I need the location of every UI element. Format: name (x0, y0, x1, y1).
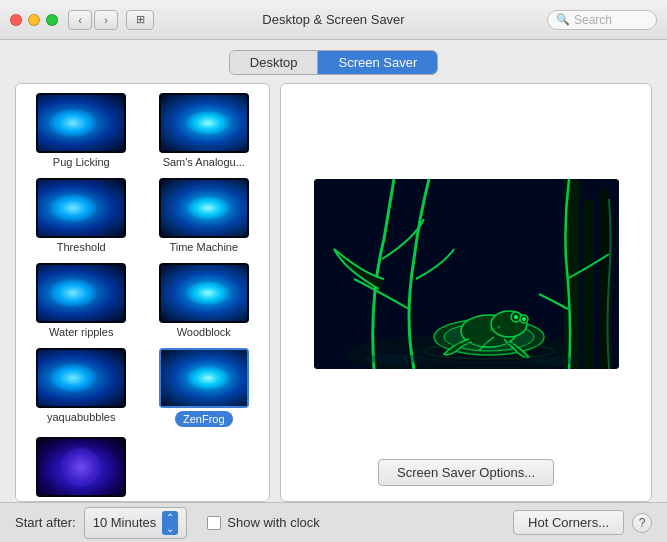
list-item[interactable]: Random (22, 434, 141, 502)
screensaver-list: Pug Licking Sam's Analogu... Threshold (15, 83, 270, 502)
show-clock-checkbox[interactable] (207, 516, 221, 530)
titlebar: ‹ › ⊞ Desktop & Screen Saver 🔍 Search (0, 0, 667, 40)
screensaver-label: yaquabubbles (47, 411, 116, 423)
search-box[interactable]: 🔍 Search (547, 10, 657, 30)
screensaver-label: Pug Licking (53, 156, 110, 168)
hot-corners-button[interactable]: Hot Corners... (513, 510, 624, 535)
main-content: Desktop Screen Saver Pug Licking Sam's A… (0, 40, 667, 502)
screensaver-thumb (36, 348, 126, 408)
preview-panel: Screen Saver Options... (280, 83, 652, 502)
content-area: Pug Licking Sam's Analogu... Threshold (0, 83, 667, 502)
screensaver-thumb (159, 178, 249, 238)
search-placeholder: Search (574, 13, 612, 27)
screensaver-thumb (36, 93, 126, 153)
clock-group: Show with clock (207, 515, 319, 530)
list-item[interactable]: Water ripples (22, 260, 141, 341)
svg-point-13 (490, 327, 494, 331)
screensaver-thumb (36, 437, 126, 497)
svg-point-12 (522, 317, 526, 321)
screensaver-thumb (36, 178, 126, 238)
close-button[interactable] (10, 14, 22, 26)
bottom-bar: Start after: 10 Minutes ⌃⌄ Show with clo… (0, 502, 667, 542)
screensaver-thumb (159, 93, 249, 153)
tab-desktop[interactable]: Desktop (230, 51, 319, 74)
svg-rect-2 (584, 199, 594, 369)
help-button[interactable]: ? (632, 513, 652, 533)
tabs-row: Desktop Screen Saver (0, 40, 667, 83)
list-item[interactable]: Time Machine (145, 175, 264, 256)
preview-image (314, 179, 619, 369)
minimize-button[interactable] (28, 14, 40, 26)
list-item[interactable]: Sam's Analogu... (145, 90, 264, 171)
nav-buttons: ‹ › (68, 10, 118, 30)
start-after-value: 10 Minutes (93, 515, 157, 530)
screensaver-label: Sam's Analogu... (163, 156, 245, 168)
dropdown-arrow-icon: ⌃⌄ (162, 511, 178, 535)
list-item[interactable]: yaquabubbles (22, 345, 141, 430)
screensaver-label: Water ripples (49, 326, 113, 338)
svg-point-8 (491, 311, 527, 337)
search-icon: 🔍 (556, 13, 570, 26)
svg-point-10 (514, 315, 518, 319)
screensaver-thumb (159, 348, 249, 408)
svg-point-14 (497, 326, 500, 329)
list-item[interactable]: Pug Licking (22, 90, 141, 171)
screensaver-thumb (36, 263, 126, 323)
window-controls (10, 14, 58, 26)
back-button[interactable]: ‹ (68, 10, 92, 30)
start-after-dropdown[interactable]: 10 Minutes ⌃⌄ (84, 507, 188, 539)
screensaver-label: Random (60, 500, 102, 502)
screen-saver-options-button[interactable]: Screen Saver Options... (378, 459, 554, 486)
grid-button[interactable]: ⊞ (126, 10, 154, 30)
preview-area (296, 99, 636, 449)
list-item[interactable]: ZenFrog (145, 345, 264, 430)
list-item[interactable]: Threshold (22, 175, 141, 256)
start-after-label: Start after: (15, 515, 76, 530)
screensaver-thumb (159, 263, 249, 323)
screensaver-label: Threshold (57, 241, 106, 253)
screensaver-label: Time Machine (169, 241, 238, 253)
zenfrog-badge: ZenFrog (175, 411, 233, 427)
screensaver-label: Woodblock (177, 326, 231, 338)
list-item[interactable]: Woodblock (145, 260, 264, 341)
window-title: Desktop & Screen Saver (262, 12, 404, 27)
svg-rect-3 (599, 189, 607, 369)
forward-button[interactable]: › (94, 10, 118, 30)
tab-screensaver[interactable]: Screen Saver (318, 51, 437, 74)
svg-point-18 (529, 357, 579, 365)
show-clock-label: Show with clock (227, 515, 319, 530)
tab-group: Desktop Screen Saver (229, 50, 438, 75)
maximize-button[interactable] (46, 14, 58, 26)
svg-point-17 (364, 354, 424, 364)
